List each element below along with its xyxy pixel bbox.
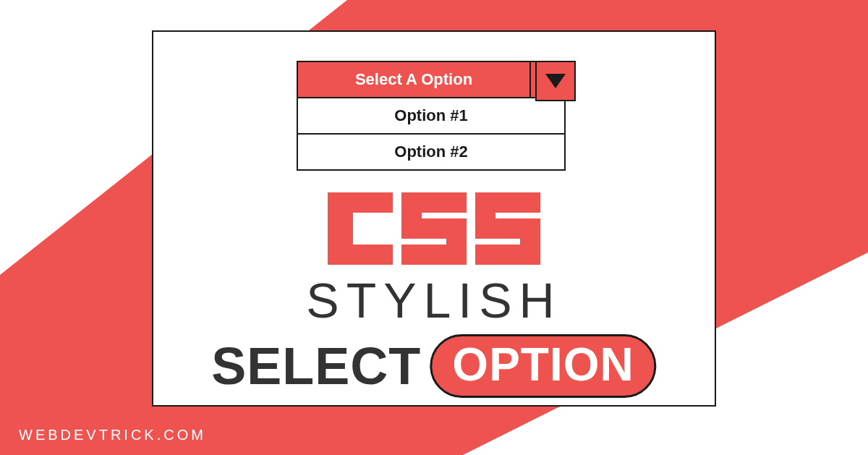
select-option[interactable]: Option #2 xyxy=(297,135,566,171)
select-placeholder: Select A Option xyxy=(298,62,529,97)
select-header[interactable]: Select A Option xyxy=(297,61,571,98)
select-toggle[interactable] xyxy=(529,62,570,97)
logo-letter-s xyxy=(475,192,540,265)
headline-stylish: STYLISH xyxy=(306,272,561,328)
headline-option-pill: OPTION xyxy=(430,334,656,398)
select-dropdown: Select A Option Option #1 Option #2 xyxy=(297,61,571,171)
headline-bottom-row: SELECT OPTION xyxy=(211,334,656,398)
select-option[interactable]: Option #1 xyxy=(297,98,566,135)
headline-select-word: SELECT xyxy=(211,336,421,396)
logo-letter-s xyxy=(401,192,467,265)
css-logo xyxy=(328,192,540,265)
logo-letter-c xyxy=(328,192,393,265)
demo-card: Select A Option Option #1 Option #2 STYL… xyxy=(152,30,716,407)
chevron-down-icon xyxy=(545,74,566,88)
watermark: WEBDEVTRICK.COM xyxy=(19,427,206,443)
